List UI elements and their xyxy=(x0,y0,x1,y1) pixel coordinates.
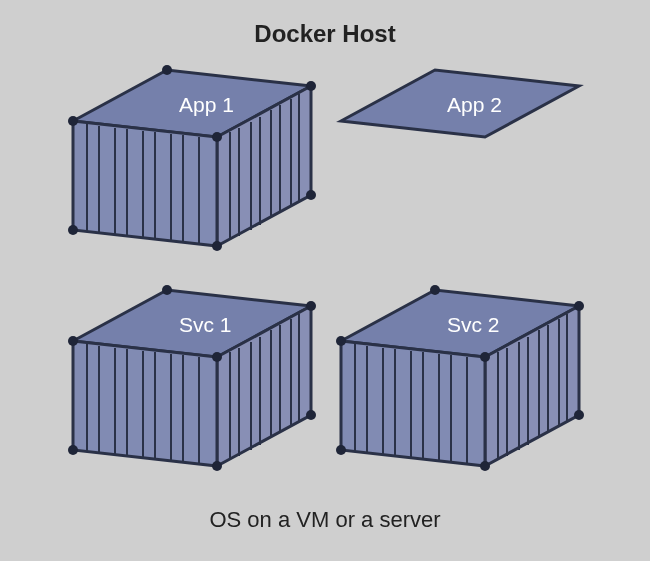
svg-point-80 xyxy=(306,410,316,420)
svg-point-20 xyxy=(68,116,78,126)
svg-marker-27 xyxy=(341,70,579,137)
svg-point-107 xyxy=(574,410,584,420)
svg-point-21 xyxy=(162,65,172,75)
container-svc-1: Svc 1 xyxy=(67,280,317,484)
shipping-container-icon xyxy=(335,60,585,260)
diagram-title: Docker Host xyxy=(254,20,395,48)
svg-point-76 xyxy=(306,301,316,311)
svg-marker-83 xyxy=(341,341,485,466)
container-svc-2: Svc 2 xyxy=(335,280,585,484)
svg-point-101 xyxy=(336,336,346,346)
svg-point-23 xyxy=(212,132,222,142)
svg-point-26 xyxy=(306,190,316,200)
svg-point-103 xyxy=(574,301,584,311)
svg-point-105 xyxy=(336,445,346,455)
shipping-container-icon xyxy=(67,280,317,480)
shipping-container-icon xyxy=(335,280,585,480)
shipping-container-icon xyxy=(67,60,317,260)
svg-point-22 xyxy=(306,81,316,91)
svg-marker-56 xyxy=(73,341,217,466)
svg-point-25 xyxy=(212,241,222,251)
svg-point-104 xyxy=(480,352,490,362)
svg-marker-2 xyxy=(73,121,217,246)
svg-point-74 xyxy=(68,336,78,346)
svg-point-79 xyxy=(212,461,222,471)
svg-point-77 xyxy=(212,352,222,362)
svg-point-24 xyxy=(68,225,78,235)
svg-point-106 xyxy=(480,461,490,471)
svg-point-102 xyxy=(430,285,440,295)
container-app-2: App 2 xyxy=(335,60,585,264)
svg-point-75 xyxy=(162,285,172,295)
svg-point-78 xyxy=(68,445,78,455)
diagram-subtitle: OS on a VM or a server xyxy=(209,507,440,533)
container-app-1: App 1 xyxy=(67,60,317,264)
